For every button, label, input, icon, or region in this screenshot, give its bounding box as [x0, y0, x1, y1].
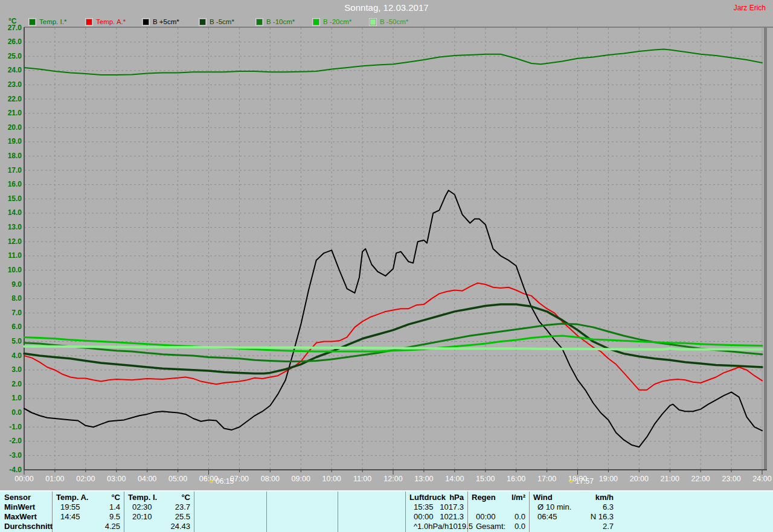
y-axis-tick-label: 4.0 — [1, 351, 22, 360]
table-cell-row — [338, 522, 405, 531]
table-column-regen: Regenl/m²00:000.0Gesamt:0.0 — [468, 492, 530, 532]
column-title: Temp. A. — [56, 493, 88, 502]
table-column-luftdruck: LuftdruckhPa15:351017.300:001021.3^1.0hP… — [406, 492, 468, 532]
cell-time: Ø 10 min. — [537, 502, 571, 512]
y-axis-tick-label: 25.0 — [1, 52, 22, 60]
y-axis-tick-label: 1.0 — [1, 394, 22, 402]
cell-value: 25.5 — [175, 512, 190, 522]
table-cell-row: 19:551.4 — [53, 502, 124, 512]
y-axis-tick-label: 18.0 — [1, 152, 22, 160]
column-unit: l/m² — [512, 493, 525, 502]
cell-time: 00:00 — [414, 512, 434, 522]
y-axis-tick-label: 9.0 — [1, 280, 22, 289]
cell-time: ^1.0hPa/h — [414, 522, 449, 531]
table-column-empty — [267, 492, 338, 532]
cell-value: 24.43 — [170, 522, 190, 531]
table-cell-row: Ø 10 min.6.3 — [530, 502, 617, 512]
table-column-header: Regenl/m² — [468, 493, 529, 502]
y-axis-tick-label: -1.0 — [1, 423, 22, 431]
cell-value: 6.3 — [603, 502, 614, 512]
y-axis-tick-label: 11.0 — [1, 251, 22, 260]
table-cell-row — [194, 522, 266, 531]
cell-value: 4.25 — [105, 522, 120, 531]
y-axis-tick-label: 3.0 — [1, 365, 22, 374]
table-column-header — [338, 493, 405, 502]
y-axis-tick-label: 24.0 — [1, 66, 22, 74]
table-cell-row: 14:459.5 — [53, 512, 124, 522]
table-cell-row — [338, 502, 405, 512]
column-title: Regen — [472, 493, 496, 502]
cell-value: 0.0 — [515, 522, 525, 531]
y-axis-tick-label: 23.0 — [1, 80, 22, 89]
cell-time: Gesamt: — [476, 522, 505, 531]
sunrise-marker: ☀06:15 — [208, 477, 234, 486]
column-title: Luftdruck — [409, 493, 446, 502]
column-unit: hPa — [449, 493, 464, 502]
y-axis-tick-label: 17.0 — [1, 166, 22, 175]
table-row-label: MinWert — [0, 502, 52, 512]
cell-time: 00:00 — [476, 512, 496, 522]
y-axis-tick-label: 10.0 — [1, 266, 22, 274]
cell-value: 1.4 — [109, 502, 120, 512]
y-axis-tick-label: 15.0 — [1, 194, 22, 203]
y-axis-tick-label: 27.0 — [1, 24, 22, 32]
table-cell-row — [267, 522, 338, 531]
cell-value: 1021.3 — [440, 512, 464, 522]
sunset-icon: ☀ — [568, 478, 574, 486]
y-axis-tick-label: 0.0 — [1, 408, 22, 417]
table-row-label: Durchschnitt — [0, 522, 52, 531]
cell-value: 23.7 — [175, 502, 190, 512]
table-filler — [617, 492, 773, 532]
sun-time-label: 06:15 — [216, 477, 234, 486]
y-axis: 27.026.025.024.023.022.021.020.019.018.0… — [0, 0, 24, 489]
cell-value: N 16.3 — [591, 512, 614, 522]
y-axis-tick-label: 22.0 — [1, 95, 22, 103]
column-unit: °C — [181, 493, 190, 502]
cell-time: 02:30 — [132, 502, 152, 512]
column-unit: °C — [111, 493, 120, 502]
cell-time: 06:45 — [537, 512, 557, 522]
y-axis-tick-label: 13.0 — [1, 223, 22, 231]
series-line-6 — [24, 347, 762, 350]
y-axis-tick-label: 12.0 — [1, 237, 22, 246]
table-column-header: Windkm/h — [530, 493, 617, 502]
cell-value: 1017.3 — [440, 502, 464, 512]
sun-time-label: 17:57 — [576, 477, 594, 486]
table-cell-row: 20:1025.5 — [124, 512, 194, 522]
table-column-wind: Windkm/hØ 10 min.6.306:45N 16.32.7 — [530, 492, 617, 532]
table-column-header — [267, 493, 338, 502]
cell-time: 20:10 — [132, 512, 152, 522]
cell-time: 19:55 — [60, 502, 80, 512]
table-cell-row: 24.43 — [124, 522, 194, 531]
table-column-header: Temp. I.°C — [124, 493, 194, 502]
sunset-marker: ☀17:57 — [568, 477, 594, 486]
y-axis-tick-label: -2.0 — [1, 437, 22, 445]
table-cell-row: 15:351017.3 — [406, 502, 467, 512]
table-cell-row — [194, 512, 266, 522]
cell-time: 14:45 — [60, 512, 80, 522]
table-cell-row: 00:001021.3 — [406, 512, 467, 522]
column-title: Wind — [533, 493, 553, 502]
y-axis-tick-label: 20.0 — [1, 123, 22, 132]
y-axis-tick-label: 19.0 — [1, 137, 22, 146]
table-cell-row: 4.25 — [53, 522, 124, 531]
weather-logger-window: Sonntag, 12.03.2017 Jarz Erich °C Temp. … — [0, 0, 773, 532]
y-axis-tick-label: -3.0 — [1, 451, 22, 460]
table-column-temp-a: Temp. A.°C19:551.414:459.54.25 — [53, 492, 124, 532]
table-cell-row: 06:45N 16.3 — [530, 512, 617, 522]
table-column-header: LuftdruckhPa — [406, 493, 467, 502]
cell-value: 2.7 — [603, 522, 614, 531]
table-row-label: Sensor — [0, 493, 52, 502]
y-axis-tick-label: 5.0 — [1, 337, 22, 345]
table-column-empty — [194, 492, 267, 532]
temperature-chart — [0, 0, 773, 489]
sunrise-icon: ☀ — [208, 478, 214, 486]
table-row-header-column: SensorMinWertMaxWertDurchschnitt — [0, 492, 53, 532]
table-cell-row: Gesamt:0.0 — [468, 522, 529, 531]
column-unit: km/h — [595, 493, 614, 502]
table-column-header — [194, 493, 266, 502]
table-cell-row: 00:000.0 — [468, 512, 529, 522]
y-axis-tick-label: -4.0 — [1, 466, 22, 474]
y-axis-tick-label: 21.0 — [1, 109, 22, 117]
sun-markers: ☀06:15☀17:57 — [0, 477, 773, 487]
